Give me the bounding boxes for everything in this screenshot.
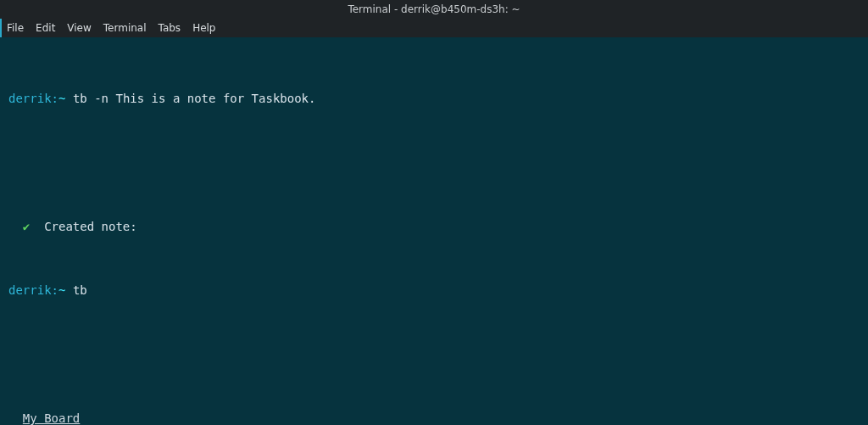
command-1: tb -n This is a note for Taskbook. <box>73 92 316 105</box>
menubar: File Edit View Terminal Tabs Help <box>0 19 868 37</box>
check-icon: ✔ <box>23 220 30 233</box>
board-1-title-row: My Board <box>8 411 860 425</box>
menu-edit[interactable]: Edit <box>36 22 55 34</box>
terminal-area[interactable]: derrik:~ tb -n This is a note for Taskbo… <box>0 37 868 425</box>
menu-help[interactable]: Help <box>192 22 215 34</box>
command-2: tb <box>73 283 87 297</box>
menu-view[interactable]: View <box>67 22 91 34</box>
blank-2 <box>8 347 860 363</box>
prompt-line-1: derrik:~ tb -n This is a note for Taskbo… <box>8 91 860 107</box>
created-note-label: Created note: <box>44 220 137 233</box>
blank-1 <box>8 154 860 171</box>
prompt-line-2: derrik:~ tb <box>8 282 860 299</box>
board-1-title: My Board <box>23 411 80 425</box>
menu-tabs[interactable]: Tabs <box>159 22 181 34</box>
prompt-user: derrik: <box>8 283 58 297</box>
titlebar: Terminal - derrik@b450m-ds3h: ~ <box>0 0 868 19</box>
menu-terminal[interactable]: Terminal <box>103 22 147 34</box>
prompt-user: derrik: <box>8 92 58 105</box>
menu-file[interactable]: File <box>7 22 24 34</box>
created-note-line: ✔ Created note: <box>8 219 860 235</box>
window-title: Terminal - derrik@b450m-ds3h: ~ <box>348 3 520 15</box>
